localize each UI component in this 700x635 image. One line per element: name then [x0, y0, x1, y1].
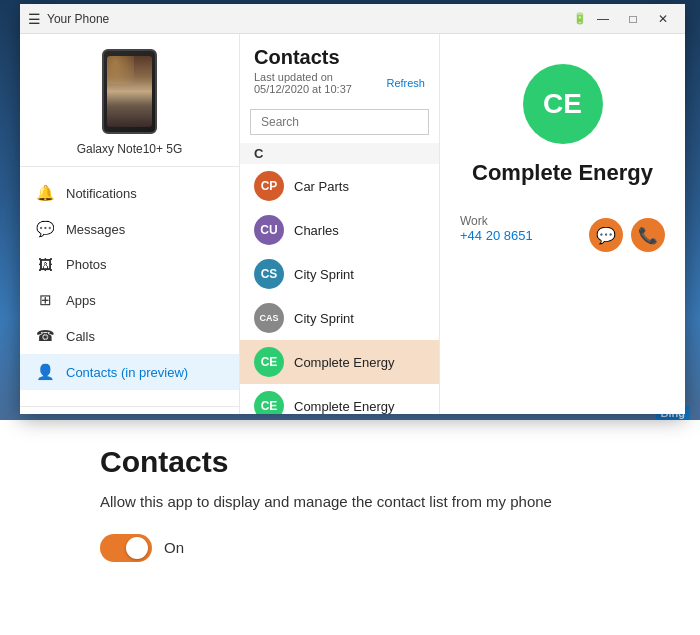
- sidebar-label-notifications: Notifications: [66, 186, 137, 201]
- detail-info: Work +44 20 8651 💬 📞: [460, 206, 665, 260]
- phone-preview: Galaxy Note10+ 5G: [20, 34, 239, 167]
- contacts-icon: 👤: [36, 363, 54, 381]
- sidebar-label-messages: Messages: [66, 222, 125, 237]
- phone-screen-light: [107, 56, 134, 84]
- messages-icon: 💬: [36, 220, 54, 238]
- phone-mockup: [102, 49, 157, 134]
- sidebar-item-calls[interactable]: ☎ Calls: [20, 318, 239, 354]
- phone-screen: [107, 56, 152, 127]
- sidebar-label-calls: Calls: [66, 329, 95, 344]
- detail-field-work: Work +44 20 8651 💬 📞: [460, 206, 665, 260]
- apps-icon: ⊞: [36, 291, 54, 309]
- detail-actions: 💬 📞: [589, 218, 665, 252]
- toggle-track: [100, 534, 152, 562]
- sidebar-item-contacts[interactable]: 👤 Contacts (in preview): [20, 354, 239, 390]
- calls-icon: ☎: [36, 327, 54, 345]
- toggle-thumb: [126, 537, 148, 559]
- photos-icon: 🖼: [36, 256, 54, 273]
- notifications-icon: 🔔: [36, 184, 54, 202]
- hamburger-icon[interactable]: ☰: [28, 11, 41, 27]
- toggle-row: On: [100, 534, 600, 562]
- contact-avatar-complete-energy-1: CE: [254, 347, 284, 377]
- contact-group-c: C: [240, 143, 439, 164]
- contact-name-city-sprint-2: City Sprint: [294, 311, 354, 326]
- call-action-icon: 📞: [638, 226, 658, 245]
- app-window: ☰ Your Phone 🔋 — □ ✕ Galaxy Note10+ 5G: [20, 4, 685, 414]
- search-input[interactable]: [250, 109, 429, 135]
- contact-avatar-complete-energy-2: CE: [254, 391, 284, 414]
- sidebar-item-messages[interactable]: 💬 Messages: [20, 211, 239, 247]
- message-action-button[interactable]: 💬: [589, 218, 623, 252]
- maximize-button[interactable]: □: [619, 8, 647, 30]
- title-bar-controls: 🔋 — □ ✕: [573, 8, 677, 30]
- title-bar-title: Your Phone: [47, 12, 109, 26]
- app-content: Galaxy Note10+ 5G 🔔 Notifications 💬 Mess…: [20, 34, 685, 414]
- detail-panel: CE Complete Energy Work +44 20 8651 💬 📞: [440, 34, 685, 414]
- sidebar-item-apps[interactable]: ⊞ Apps: [20, 282, 239, 318]
- contact-item-city-sprint-1[interactable]: CS City Sprint: [240, 252, 439, 296]
- contact-avatar-car-parts: CP: [254, 171, 284, 201]
- updated-text: Last updated on 05/12/2020 at 10:37: [254, 71, 386, 95]
- sidebar-label-photos: Photos: [66, 257, 106, 272]
- bottom-desc: Allow this app to display and manage the…: [100, 491, 580, 514]
- close-button[interactable]: ✕: [649, 8, 677, 30]
- contacts-updated: Last updated on 05/12/2020 at 10:37 Refr…: [254, 71, 425, 95]
- contact-name-city-sprint-1: City Sprint: [294, 267, 354, 282]
- refresh-link[interactable]: Refresh: [386, 77, 425, 89]
- detail-field-left: Work +44 20 8651: [460, 214, 533, 243]
- detail-avatar: CE: [523, 64, 603, 144]
- bottom-title: Contacts: [100, 445, 600, 479]
- title-bar: ☰ Your Phone 🔋 — □ ✕: [20, 4, 685, 34]
- contact-name-charles: Charles: [294, 223, 339, 238]
- sidebar-item-photos[interactable]: 🖼 Photos: [20, 247, 239, 282]
- contact-avatar-city-sprint-2: CAS: [254, 303, 284, 333]
- call-action-button[interactable]: 📞: [631, 218, 665, 252]
- contact-item-car-parts[interactable]: CP Car Parts: [240, 164, 439, 208]
- sidebar-label-apps: Apps: [66, 293, 96, 308]
- contact-avatar-city-sprint-1: CS: [254, 259, 284, 289]
- contact-item-complete-energy-2[interactable]: CE Complete Energy: [240, 384, 439, 414]
- phone-name: Galaxy Note10+ 5G: [77, 142, 183, 156]
- contact-item-city-sprint-2[interactable]: CAS City Sprint: [240, 296, 439, 340]
- contact-name-complete-energy-1: Complete Energy: [294, 355, 394, 370]
- contact-list: CP Car Parts CU Charles CS City Sprint C…: [240, 164, 439, 414]
- minimize-button[interactable]: —: [589, 8, 617, 30]
- contacts-toggle[interactable]: [100, 534, 152, 562]
- sidebar-item-notifications[interactable]: 🔔 Notifications: [20, 175, 239, 211]
- contact-avatar-charles: CU: [254, 215, 284, 245]
- sidebar-label-contacts: Contacts (in preview): [66, 365, 188, 380]
- detail-label: Work: [460, 214, 533, 228]
- bottom-section: Contacts Allow this app to display and m…: [0, 420, 700, 635]
- detail-value[interactable]: +44 20 8651: [460, 228, 533, 243]
- toggle-label: On: [164, 539, 184, 556]
- sidebar: Galaxy Note10+ 5G 🔔 Notifications 💬 Mess…: [20, 34, 240, 414]
- contact-name-complete-energy-2: Complete Energy: [294, 399, 394, 414]
- detail-avatar-initials: CE: [543, 88, 582, 120]
- detail-name: Complete Energy: [472, 160, 653, 186]
- contact-item-charles[interactable]: CU Charles: [240, 208, 439, 252]
- nav-items: 🔔 Notifications 💬 Messages 🖼 Photos ⊞ Ap…: [20, 167, 239, 398]
- contacts-panel: Contacts Last updated on 05/12/2020 at 1…: [240, 34, 440, 414]
- message-action-icon: 💬: [596, 226, 616, 245]
- contacts-title: Contacts: [254, 46, 425, 69]
- contacts-header: Contacts Last updated on 05/12/2020 at 1…: [240, 34, 439, 103]
- contact-item-complete-energy-1[interactable]: CE Complete Energy: [240, 340, 439, 384]
- title-bar-left: ☰ Your Phone: [28, 11, 109, 27]
- sidebar-bottom: 📌 Pin app to taskbar ⚙ Settings: [20, 406, 239, 414]
- battery-icon: 🔋: [573, 12, 587, 25]
- contact-name-car-parts: Car Parts: [294, 179, 349, 194]
